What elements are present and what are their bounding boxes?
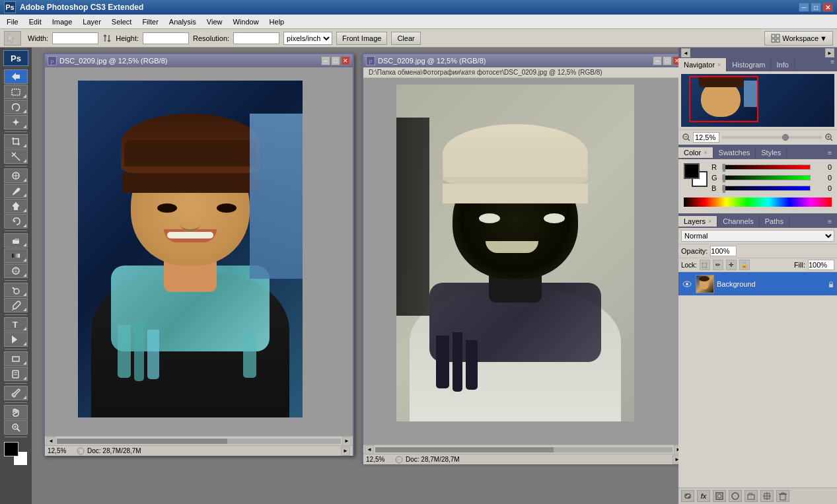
eyedropper-tool-btn[interactable] [4, 386, 28, 400]
doc2-scroll-left-btn[interactable]: ◄ [365, 445, 374, 454]
width-input[interactable] [52, 32, 98, 44]
tab-styles[interactable]: Styles [756, 147, 787, 158]
new-group-btn[interactable] [745, 490, 758, 502]
resolution-input[interactable] [233, 32, 279, 44]
resolution-unit-select[interactable]: pixels/inch [283, 32, 332, 45]
shape-tool-btn[interactable] [4, 351, 28, 366]
new-layer-btn[interactable] [760, 490, 774, 502]
tab-channels[interactable]: Channels [717, 216, 759, 227]
magic-wand-tool-btn[interactable] [4, 115, 28, 129]
tab-histogram[interactable]: Histogram [727, 58, 771, 71]
titlebar-close-btn[interactable]: ✕ [822, 3, 833, 12]
marquee-tool-btn[interactable] [4, 85, 28, 99]
dodge-tool-btn[interactable] [4, 283, 28, 297]
gradient-tool-btn[interactable] [4, 248, 28, 263]
lock-image-btn[interactable]: ✏ [713, 260, 723, 270]
doc2-minimize-btn[interactable]: ─ [653, 56, 662, 65]
opacity-input[interactable] [710, 246, 737, 256]
lock-all-btn[interactable]: 🔒 [739, 260, 750, 270]
color-close-icon[interactable]: × [704, 149, 707, 156]
doc1-minimize-btn[interactable]: ─ [321, 56, 330, 65]
type-tool-btn[interactable]: T [4, 317, 28, 332]
menu-item-window[interactable]: Window [229, 17, 262, 27]
color-r-slider[interactable] [722, 164, 811, 170]
layer-visibility-btn[interactable] [681, 278, 693, 290]
panel-collapse-left-btn[interactable]: ◄ [681, 48, 690, 57]
doc1-scroll-left-btn[interactable]: ◄ [46, 437, 55, 446]
stamp-tool-btn[interactable] [4, 199, 28, 213]
zoom-out-icon[interactable] [682, 133, 690, 141]
heal-tool-btn[interactable] [4, 168, 28, 183]
height-input[interactable] [143, 32, 189, 44]
layer-adjustment-btn[interactable] [729, 490, 742, 502]
zoom-tool-btn[interactable] [4, 420, 28, 435]
navigator-thumbnail[interactable] [681, 74, 834, 127]
fg-color-swatch[interactable] [684, 163, 700, 179]
menu-item-select[interactable]: Select [108, 17, 136, 27]
menu-item-file[interactable]: File [3, 17, 22, 27]
layer-fx-btn[interactable]: fx [697, 490, 710, 502]
doc2-hscrollbar[interactable]: ◄ ► [363, 445, 678, 454]
brush-tool-btn[interactable] [4, 184, 28, 198]
hand-tool-btn[interactable] [4, 405, 28, 419]
doc2-status-arrow-btn[interactable]: ► [673, 455, 678, 464]
front-image-button[interactable]: Front Image [336, 32, 387, 45]
navigator-zoom-thumb[interactable] [782, 134, 789, 141]
tab-paths[interactable]: Paths [760, 216, 789, 227]
clear-button[interactable]: Clear [391, 32, 420, 45]
slice-tool-btn[interactable] [4, 149, 28, 164]
crop-tool-btn[interactable] [4, 134, 28, 149]
layer-row-background[interactable]: Background [678, 272, 837, 296]
lock-transparent-btn[interactable]: ⬚ [700, 260, 710, 270]
doc2-canvas[interactable] [363, 78, 678, 445]
blur-tool-btn[interactable] [4, 264, 28, 278]
tab-swatches[interactable]: Swatches [713, 147, 756, 158]
menu-item-view[interactable]: View [203, 17, 227, 27]
tab-layers[interactable]: Layers × [678, 216, 717, 227]
doc1-maximize-btn[interactable]: □ [331, 56, 340, 65]
lock-position-btn[interactable]: ✛ [726, 260, 737, 270]
panel-collapse-right-btn[interactable]: ► [825, 48, 834, 57]
move-tool-btn[interactable] [4, 69, 28, 84]
color-g-slider[interactable] [722, 175, 811, 180]
color-b-slider[interactable] [722, 186, 811, 191]
tab-info[interactable]: Info [771, 58, 794, 71]
nav-panel-menu-btn[interactable]: ≡ [828, 58, 837, 71]
titlebar-maximize-btn[interactable]: □ [811, 3, 821, 12]
doc2-maximize-btn[interactable]: □ [663, 56, 672, 65]
layer-mask-btn[interactable] [713, 490, 726, 502]
layer-link-btn[interactable] [681, 490, 694, 502]
menu-item-filter[interactable]: Filter [138, 17, 162, 27]
navigator-zoom-input[interactable] [693, 132, 719, 143]
eraser-tool-btn[interactable] [4, 233, 28, 248]
color-panel-menu-btn[interactable]: ≡ [825, 149, 834, 157]
menu-item-analysis[interactable]: Analysis [165, 17, 200, 27]
menu-item-layer[interactable]: Layer [79, 17, 105, 27]
tab-navigator[interactable]: Navigator × [678, 58, 727, 71]
doc1-scroll-right-btn[interactable]: ► [342, 437, 351, 446]
layers-panel-menu-btn[interactable]: ≡ [825, 218, 834, 225]
layer-thumbnail[interactable] [696, 275, 714, 293]
path-select-tool-btn[interactable] [4, 332, 28, 347]
doc2-scroll-right-btn[interactable]: ► [674, 445, 678, 454]
titlebar-minimize-btn[interactable]: ─ [799, 3, 809, 12]
doc1-status-arrow-btn[interactable]: ► [341, 447, 350, 456]
doc1-hscrollbar[interactable]: ◄ ► [45, 436, 353, 445]
doc1-canvas[interactable] [45, 67, 353, 436]
doc2-close-btn[interactable]: ✕ [673, 56, 678, 65]
doc1-close-btn[interactable]: ✕ [341, 56, 350, 65]
menu-item-edit[interactable]: Edit [25, 17, 46, 27]
menu-item-image[interactable]: Image [48, 17, 77, 27]
navigator-close-icon[interactable]: × [717, 61, 721, 68]
layers-close-icon[interactable]: × [708, 218, 711, 225]
menu-item-help[interactable]: Help [266, 17, 289, 27]
navigator-zoom-slider[interactable] [722, 136, 822, 139]
color-swatches[interactable] [4, 442, 28, 466]
notes-tool-btn[interactable] [4, 367, 28, 381]
lasso-tool-btn[interactable] [4, 100, 28, 114]
history-tool-btn[interactable] [4, 214, 28, 229]
foreground-color-swatch[interactable] [4, 442, 18, 456]
delete-layer-btn[interactable] [776, 490, 789, 502]
pen-tool-btn[interactable] [4, 298, 28, 312]
fill-input[interactable] [808, 260, 834, 270]
